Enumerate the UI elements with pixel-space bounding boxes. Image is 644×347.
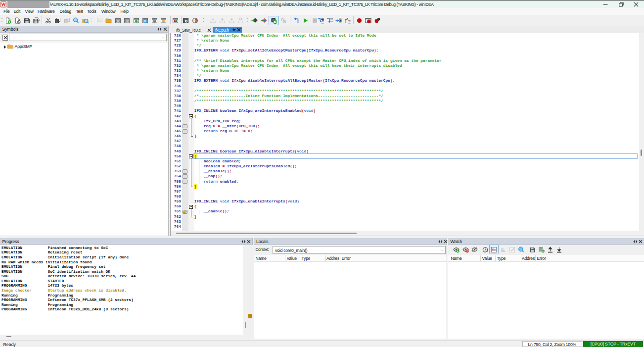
svg-text:0x: 0x	[492, 248, 496, 252]
